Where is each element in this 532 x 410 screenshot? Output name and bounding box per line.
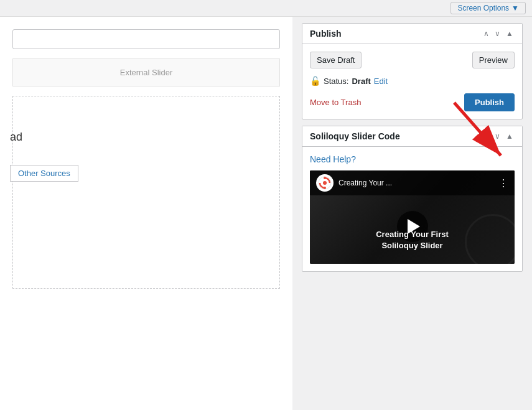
- video-thumbnail[interactable]: Creating Your ... ⋮ Creating Your First …: [310, 170, 515, 264]
- video-header: Creating Your ... ⋮: [310, 170, 515, 195]
- status-value: Draft: [352, 77, 370, 86]
- left-panel: External Slider ad Other Sources: [0, 17, 292, 410]
- publish-button[interactable]: Publish: [464, 93, 515, 111]
- slider-collapse-up-button[interactable]: ∧: [482, 131, 490, 141]
- publish-status-row: 🔓 Status: Draft Edit: [310, 76, 515, 86]
- external-slider-box: External Slider: [12, 58, 280, 86]
- status-edit-link[interactable]: Edit: [374, 77, 388, 86]
- publish-footer: Move to Trash Publish: [310, 93, 515, 111]
- collapse-up-button[interactable]: ∧: [482, 29, 490, 39]
- video-menu-icon[interactable]: ⋮: [498, 177, 508, 189]
- publish-metabox: Publish ∧ ∨ ▲ Save Draft Preview 🔓 Statu…: [302, 23, 523, 119]
- screen-options-label: Screen Options: [457, 4, 509, 12]
- dashed-content-box: ad Other Sources: [12, 96, 280, 289]
- svg-point-3: [324, 187, 326, 189]
- publish-metabox-body: Save Draft Preview 🔓 Status: Draft Edit …: [302, 44, 522, 119]
- top-bar: Screen Options ▼: [0, 0, 532, 17]
- preview-button[interactable]: Preview: [472, 52, 515, 68]
- publish-metabox-controls: ∧ ∨ ▲: [482, 29, 515, 39]
- publish-metabox-header: Publish ∧ ∨ ▲: [302, 24, 522, 44]
- slider-code-metabox-controls: ∧ ∨ ▲: [482, 131, 515, 141]
- slider-code-metabox: Soliloquy Slider Code ∧ ∨ ▲ Need Help?: [302, 126, 523, 272]
- chevron-down-icon: ▼: [511, 4, 519, 12]
- slider-toggle-button[interactable]: ▲: [505, 131, 515, 141]
- right-panel: Publish ∧ ∨ ▲ Save Draft Preview 🔓 Statu…: [292, 17, 532, 410]
- slider-code-metabox-body: Need Help?: [302, 147, 522, 271]
- video-logo: [316, 174, 334, 192]
- collapse-down-button[interactable]: ∨: [493, 29, 502, 39]
- main-area: External Slider ad Other Sources Publish…: [0, 17, 532, 410]
- video-subtitle-line1: Creating Your First: [376, 230, 449, 239]
- other-sources-button[interactable]: Other Sources: [10, 165, 78, 182]
- status-icon: 🔓: [310, 76, 320, 86]
- slider-code-metabox-header: Soliloquy Slider Code ∧ ∨ ▲: [302, 126, 522, 147]
- video-title: Creating Your ...: [338, 179, 493, 187]
- save-draft-button[interactable]: Save Draft: [310, 52, 362, 68]
- external-slider-label: External Slider: [120, 68, 173, 77]
- soliloquy-logo-icon: [318, 176, 332, 190]
- svg-point-1: [323, 181, 327, 185]
- status-label: Status:: [324, 77, 348, 86]
- move-to-trash-link[interactable]: Move to Trash: [310, 98, 361, 107]
- video-subtitle-line2: Soliloquy Slider: [381, 241, 442, 250]
- publish-metabox-title: Publish: [310, 29, 482, 39]
- need-help-link[interactable]: Need Help?: [310, 154, 515, 164]
- slider-code-title: Soliloquy Slider Code: [310, 131, 482, 141]
- publish-actions: Save Draft Preview: [310, 52, 515, 68]
- ad-text: ad: [10, 131, 22, 144]
- svg-point-2: [324, 177, 326, 179]
- screen-options-button[interactable]: Screen Options ▼: [450, 2, 526, 14]
- title-input[interactable]: [12, 29, 280, 49]
- toggle-button[interactable]: ▲: [505, 29, 515, 39]
- slider-collapse-down-button[interactable]: ∨: [493, 131, 502, 141]
